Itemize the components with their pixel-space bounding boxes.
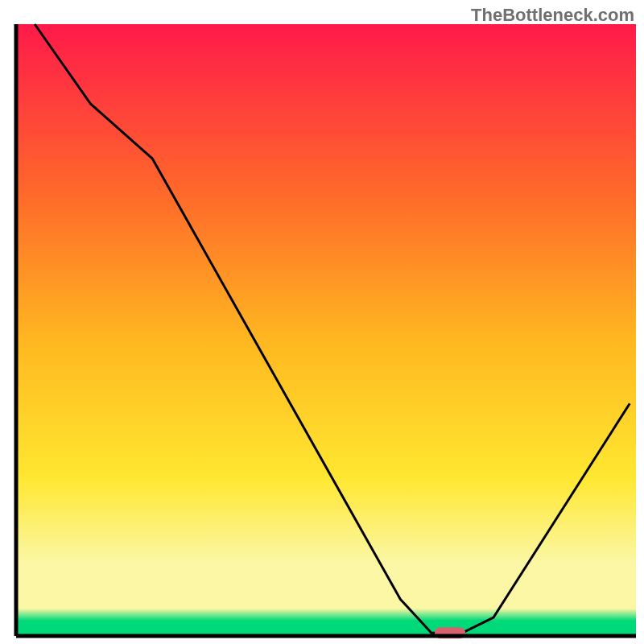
gradient-background	[16, 24, 636, 636]
bottleneck-chart: TheBottleneck.com	[0, 0, 644, 644]
chart-svg	[0, 0, 644, 644]
watermark-text: TheBottleneck.com	[471, 5, 634, 26]
